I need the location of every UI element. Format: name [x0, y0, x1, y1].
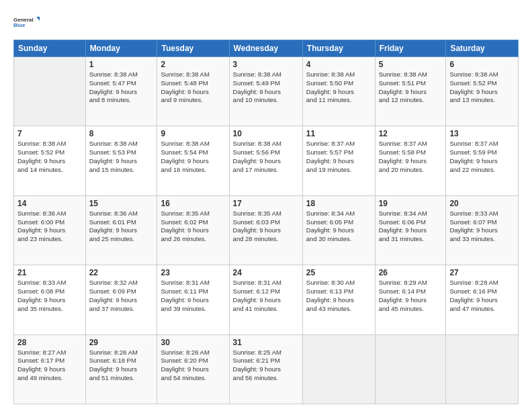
calendar-cell: 26Sunrise: 8:29 AM Sunset: 6:14 PM Dayli… [375, 265, 446, 334]
calendar-cell: 6Sunrise: 8:38 AM Sunset: 5:52 PM Daylig… [446, 57, 519, 126]
day-info: Sunrise: 8:29 AM Sunset: 6:14 PM Dayligh… [379, 279, 443, 313]
calendar-cell: 13Sunrise: 8:37 AM Sunset: 5:59 PM Dayli… [446, 126, 519, 195]
calendar-cell [375, 334, 446, 404]
day-info: Sunrise: 8:38 AM Sunset: 5:50 PM Dayligh… [306, 71, 371, 105]
day-number: 4 [306, 60, 371, 69]
day-info: Sunrise: 8:28 AM Sunset: 6:16 PM Dayligh… [449, 279, 515, 313]
day-info: Sunrise: 8:38 AM Sunset: 5:52 PM Dayligh… [17, 140, 82, 174]
day-info: Sunrise: 8:31 AM Sunset: 6:11 PM Dayligh… [161, 279, 225, 313]
calendar-cell: 25Sunrise: 8:30 AM Sunset: 6:13 PM Dayli… [302, 265, 375, 334]
calendar-cell: 16Sunrise: 8:35 AM Sunset: 6:02 PM Dayli… [157, 195, 229, 265]
day-number: 11 [306, 129, 371, 138]
day-number: 23 [161, 268, 225, 277]
calendar-cell: 30Sunrise: 8:26 AM Sunset: 6:20 PM Dayli… [157, 334, 229, 404]
day-info: Sunrise: 8:32 AM Sunset: 6:09 PM Dayligh… [89, 279, 154, 313]
day-info: Sunrise: 8:35 AM Sunset: 6:03 PM Dayligh… [233, 210, 299, 244]
day-number: 7 [17, 129, 82, 138]
day-info: Sunrise: 8:33 AM Sunset: 6:08 PM Dayligh… [17, 279, 82, 313]
day-info: Sunrise: 8:37 AM Sunset: 5:58 PM Dayligh… [379, 140, 443, 174]
day-number: 27 [449, 268, 515, 277]
day-number: 13 [449, 129, 515, 138]
week-row-4: 21Sunrise: 8:33 AM Sunset: 6:08 PM Dayli… [14, 265, 519, 334]
day-info: Sunrise: 8:38 AM Sunset: 5:49 PM Dayligh… [233, 71, 299, 105]
weekday-thursday: Thursday [302, 40, 375, 57]
calendar-cell: 22Sunrise: 8:32 AM Sunset: 6:09 PM Dayli… [85, 265, 157, 334]
day-info: Sunrise: 8:36 AM Sunset: 6:01 PM Dayligh… [89, 210, 154, 244]
day-number: 29 [89, 338, 154, 347]
week-row-5: 28Sunrise: 8:27 AM Sunset: 6:17 PM Dayli… [14, 334, 519, 404]
day-info: Sunrise: 8:30 AM Sunset: 6:13 PM Dayligh… [306, 279, 371, 313]
day-number: 12 [379, 129, 443, 138]
weekday-saturday: Saturday [446, 40, 519, 57]
calendar-cell: 12Sunrise: 8:37 AM Sunset: 5:58 PM Dayli… [375, 126, 446, 195]
day-number: 28 [17, 338, 82, 347]
day-number: 1 [89, 60, 154, 69]
day-info: Sunrise: 8:34 AM Sunset: 6:05 PM Dayligh… [306, 210, 371, 244]
calendar-cell: 3Sunrise: 8:38 AM Sunset: 5:49 PM Daylig… [229, 57, 302, 126]
day-number: 14 [17, 199, 82, 208]
calendar-cell: 5Sunrise: 8:38 AM Sunset: 5:51 PM Daylig… [375, 57, 446, 126]
calendar-cell: 4Sunrise: 8:38 AM Sunset: 5:50 PM Daylig… [302, 57, 375, 126]
calendar-cell: 11Sunrise: 8:37 AM Sunset: 5:57 PM Dayli… [302, 126, 375, 195]
weekday-friday: Friday [375, 40, 446, 57]
calendar-cell: 29Sunrise: 8:26 AM Sunset: 6:18 PM Dayli… [85, 334, 157, 404]
calendar-table: SundayMondayTuesdayWednesdayThursdayFrid… [13, 40, 519, 404]
weekday-monday: Monday [85, 40, 157, 57]
calendar-body: 1Sunrise: 8:38 AM Sunset: 5:47 PM Daylig… [14, 57, 519, 404]
day-number: 17 [233, 199, 299, 208]
day-number: 21 [17, 268, 82, 277]
day-info: Sunrise: 8:38 AM Sunset: 5:53 PM Dayligh… [89, 140, 154, 174]
day-number: 8 [89, 129, 154, 138]
weekday-tuesday: Tuesday [157, 40, 229, 57]
day-info: Sunrise: 8:36 AM Sunset: 6:00 PM Dayligh… [17, 210, 82, 244]
calendar-cell: 31Sunrise: 8:25 AM Sunset: 6:21 PM Dayli… [229, 334, 302, 404]
svg-text:Blue: Blue [13, 22, 26, 28]
weekday-sunday: Sunday [14, 40, 86, 57]
day-info: Sunrise: 8:35 AM Sunset: 6:02 PM Dayligh… [161, 210, 225, 244]
day-info: Sunrise: 8:34 AM Sunset: 6:06 PM Dayligh… [379, 210, 443, 244]
day-number: 18 [306, 199, 371, 208]
day-number: 9 [161, 129, 225, 138]
day-info: Sunrise: 8:26 AM Sunset: 6:18 PM Dayligh… [89, 349, 154, 383]
calendar-cell: 23Sunrise: 8:31 AM Sunset: 6:11 PM Dayli… [157, 265, 229, 334]
week-row-2: 7Sunrise: 8:38 AM Sunset: 5:52 PM Daylig… [14, 126, 519, 195]
calendar-cell: 19Sunrise: 8:34 AM Sunset: 6:06 PM Dayli… [375, 195, 446, 265]
calendar-page: General Blue SundayMondayTuesdayWednesda… [0, 0, 532, 411]
calendar-cell: 21Sunrise: 8:33 AM Sunset: 6:08 PM Dayli… [14, 265, 86, 334]
page-header: General Blue [13, 10, 519, 34]
calendar-cell [14, 57, 86, 126]
calendar-cell: 10Sunrise: 8:38 AM Sunset: 5:56 PM Dayli… [229, 126, 302, 195]
day-number: 30 [161, 338, 225, 347]
calendar-cell: 14Sunrise: 8:36 AM Sunset: 6:00 PM Dayli… [14, 195, 86, 265]
calendar-cell: 20Sunrise: 8:33 AM Sunset: 6:07 PM Dayli… [446, 195, 519, 265]
calendar-cell: 17Sunrise: 8:35 AM Sunset: 6:03 PM Dayli… [229, 195, 302, 265]
weekday-header-row: SundayMondayTuesdayWednesdayThursdayFrid… [14, 40, 519, 57]
day-info: Sunrise: 8:33 AM Sunset: 6:07 PM Dayligh… [449, 210, 515, 244]
day-number: 31 [233, 338, 299, 347]
calendar-cell: 24Sunrise: 8:31 AM Sunset: 6:12 PM Dayli… [229, 265, 302, 334]
day-number: 5 [379, 60, 443, 69]
calendar-cell: 9Sunrise: 8:38 AM Sunset: 5:54 PM Daylig… [157, 126, 229, 195]
day-number: 6 [449, 60, 515, 69]
calendar-cell [446, 334, 519, 404]
calendar-cell: 1Sunrise: 8:38 AM Sunset: 5:47 PM Daylig… [85, 57, 157, 126]
day-number: 25 [306, 268, 371, 277]
calendar-cell: 28Sunrise: 8:27 AM Sunset: 6:17 PM Dayli… [14, 334, 86, 404]
day-number: 3 [233, 60, 299, 69]
day-info: Sunrise: 8:37 AM Sunset: 5:59 PM Dayligh… [449, 140, 515, 174]
day-number: 26 [379, 268, 443, 277]
day-info: Sunrise: 8:38 AM Sunset: 5:51 PM Dayligh… [379, 71, 443, 105]
day-number: 15 [89, 199, 154, 208]
day-number: 19 [379, 199, 443, 208]
calendar-cell [302, 334, 375, 404]
calendar-cell: 8Sunrise: 8:38 AM Sunset: 5:53 PM Daylig… [85, 126, 157, 195]
day-info: Sunrise: 8:38 AM Sunset: 5:54 PM Dayligh… [161, 140, 225, 174]
day-info: Sunrise: 8:27 AM Sunset: 6:17 PM Dayligh… [17, 349, 82, 383]
day-info: Sunrise: 8:38 AM Sunset: 5:52 PM Dayligh… [449, 71, 515, 105]
calendar-cell: 18Sunrise: 8:34 AM Sunset: 6:05 PM Dayli… [302, 195, 375, 265]
day-info: Sunrise: 8:37 AM Sunset: 5:57 PM Dayligh… [306, 140, 371, 174]
day-number: 2 [161, 60, 225, 69]
calendar-cell: 15Sunrise: 8:36 AM Sunset: 6:01 PM Dayli… [85, 195, 157, 265]
day-info: Sunrise: 8:26 AM Sunset: 6:20 PM Dayligh… [161, 349, 225, 383]
day-info: Sunrise: 8:38 AM Sunset: 5:56 PM Dayligh… [233, 140, 299, 174]
